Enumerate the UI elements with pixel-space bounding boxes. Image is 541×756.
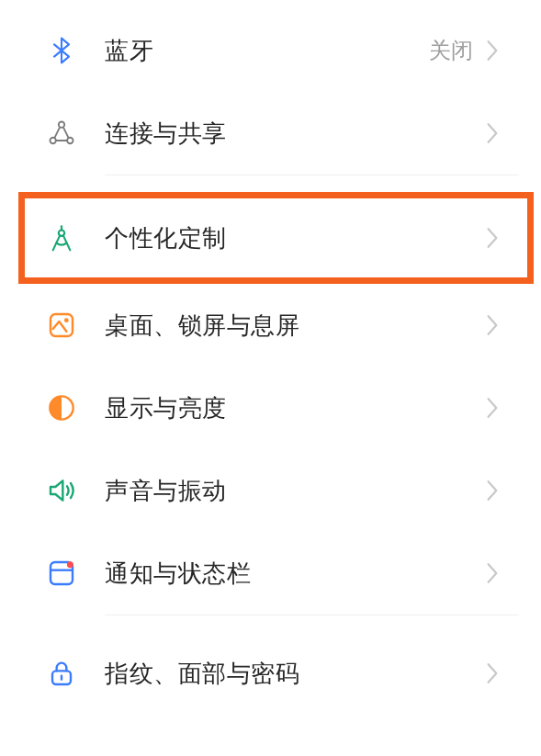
bluetooth-icon bbox=[44, 36, 79, 65]
row-value: 关闭 bbox=[429, 36, 473, 65]
row-notifications[interactable]: 通知与状态栏 bbox=[0, 532, 541, 615]
spacer bbox=[0, 175, 541, 192]
svg-point-5 bbox=[64, 318, 69, 322]
lock-icon bbox=[44, 659, 79, 688]
compass-draft-icon bbox=[44, 223, 79, 253]
row-label: 个性化定制 bbox=[105, 222, 486, 254]
row-label: 蓝牙 bbox=[105, 35, 429, 67]
row-connect-share[interactable]: 连接与共享 bbox=[0, 92, 541, 175]
chevron-right-icon bbox=[486, 562, 501, 584]
row-sound[interactable]: 声音与振动 bbox=[0, 449, 541, 532]
share-nodes-icon bbox=[44, 118, 79, 148]
settings-list: 蓝牙 关闭 连接与共享 bbox=[0, 0, 541, 715]
svg-point-0 bbox=[59, 121, 64, 127]
row-label: 通知与状态栏 bbox=[105, 558, 486, 590]
chevron-right-icon bbox=[486, 39, 501, 62]
chevron-right-icon bbox=[486, 122, 501, 144]
speaker-icon bbox=[44, 476, 79, 505]
svg-point-2 bbox=[67, 138, 73, 143]
chevron-right-icon bbox=[486, 314, 501, 336]
row-display[interactable]: 显示与亮度 bbox=[0, 367, 541, 449]
row-label: 显示与亮度 bbox=[105, 392, 486, 424]
row-desktop-lock[interactable]: 桌面、锁屏与息屏 bbox=[0, 284, 541, 367]
row-label: 声音与振动 bbox=[105, 475, 486, 507]
row-label: 桌面、锁屏与息屏 bbox=[105, 310, 486, 342]
chevron-right-icon bbox=[486, 662, 501, 684]
row-label: 指纹、面部与密码 bbox=[105, 658, 486, 690]
row-personalization[interactable]: 个性化定制 bbox=[0, 192, 541, 284]
svg-point-1 bbox=[50, 138, 55, 143]
svg-point-9 bbox=[67, 561, 73, 568]
spacer bbox=[0, 615, 541, 632]
wallpaper-icon bbox=[44, 310, 79, 340]
half-circle-icon bbox=[44, 393, 79, 423]
chevron-right-icon bbox=[486, 227, 501, 249]
row-bluetooth[interactable]: 蓝牙 关闭 bbox=[0, 9, 541, 92]
chevron-right-icon bbox=[486, 480, 501, 502]
notification-panel-icon bbox=[44, 559, 79, 588]
chevron-right-icon bbox=[486, 397, 501, 419]
row-biometrics[interactable]: 指纹、面部与密码 bbox=[0, 632, 541, 715]
row-label: 连接与共享 bbox=[105, 118, 486, 150]
